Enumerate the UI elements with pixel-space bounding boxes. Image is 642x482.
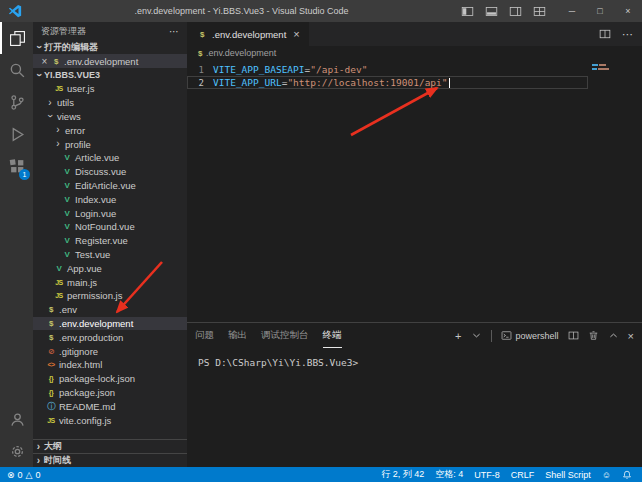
tree-item-label: Article.vue — [75, 152, 119, 163]
tree-item-register.vue[interactable]: VRegister.vue — [33, 234, 187, 248]
tree-item-index.html[interactable]: <>index.html — [33, 358, 187, 372]
split-terminal-icon[interactable] — [568, 330, 579, 341]
tree-item-notfound.vue[interactable]: VNotFound.vue — [33, 220, 187, 234]
settings-gear-icon[interactable] — [0, 435, 33, 467]
open-editor-item[interactable]: × $ .env.development — [33, 54, 187, 68]
tree-item-login.vue[interactable]: VLogin.vue — [33, 206, 187, 220]
tree-item-readme.md[interactable]: ⓘREADME.md — [33, 399, 187, 413]
tree-item-package-lock.json[interactable]: {}package-lock.json — [33, 372, 187, 386]
code-line-2[interactable]: 2VITE_APP_URL="http://localhost:19001/ap… — [187, 76, 588, 89]
account-icon[interactable] — [0, 403, 33, 435]
project-root-header[interactable]: › YI.BBS.VUE3 — [33, 68, 187, 82]
chevron-right-icon: › — [33, 456, 44, 466]
status-item[interactable]: CRLF — [511, 470, 535, 480]
tree-item-article.vue[interactable]: VArticle.vue — [33, 151, 187, 165]
tree-item-index.vue[interactable]: VIndex.vue — [33, 192, 187, 206]
close-editor-icon[interactable]: × — [39, 56, 50, 67]
html-file-icon: <> — [45, 361, 57, 368]
tree-item-test.vue[interactable]: VTest.vue — [33, 248, 187, 262]
code-editor[interactable]: 1VITE_APP_BASEAPI="/api-dev"2VITE_APP_UR… — [187, 60, 642, 322]
tree-item-utils[interactable]: ›utils — [33, 96, 187, 110]
text-cursor — [449, 78, 450, 88]
tree-item-label: vite.config.js — [59, 415, 111, 426]
vue-file-icon: V — [61, 167, 73, 176]
search-icon[interactable] — [0, 54, 33, 86]
problems-status[interactable]: ⊗ 0 △ 0 — [7, 470, 41, 480]
toggle-secondary-sidebar-icon[interactable] — [509, 5, 522, 18]
tree-item-vite.config.js[interactable]: JSvite.config.js — [33, 413, 187, 427]
terminal-dropdown-icon[interactable] — [471, 330, 482, 341]
close-tab-icon[interactable]: × — [293, 28, 299, 40]
minimize-button[interactable]: ─ — [558, 0, 586, 22]
vue-file-icon: V — [61, 209, 73, 218]
customize-layout-icon[interactable] — [533, 5, 546, 18]
code-token: "/api-dev" — [310, 64, 367, 75]
status-item[interactable]: 空格: 4 — [435, 468, 463, 481]
new-terminal-icon[interactable]: + — [455, 330, 461, 342]
more-actions-icon[interactable]: ⋯ — [622, 28, 633, 41]
tree-item-profile[interactable]: ›profile — [33, 137, 187, 151]
maximize-button[interactable]: □ — [586, 0, 614, 22]
vue-file-icon: V — [61, 222, 73, 231]
file-tree: JSuser.js›utils›views›error›profileVArti… — [33, 82, 187, 427]
kill-terminal-icon[interactable] — [588, 330, 599, 341]
terminal-instance[interactable]: powershell — [501, 330, 559, 341]
extensions-badge: 1 — [19, 169, 30, 180]
panel-tab-调试控制台[interactable]: 调试控制台 — [261, 323, 309, 348]
code-line-1[interactable]: 1VITE_APP_BASEAPI="/api-dev" — [187, 63, 588, 76]
activity-bar: 1 — [0, 22, 33, 467]
open-editor-label: .env.development — [64, 56, 138, 67]
close-panel-icon[interactable]: × — [628, 330, 634, 342]
tree-item-label: package-lock.json — [59, 373, 135, 384]
status-item[interactable]: 行 2, 列 42 — [381, 468, 424, 481]
panel-tab-终端[interactable]: 终端 — [323, 323, 342, 348]
status-item[interactable]: Shell Script — [545, 470, 591, 480]
outline-label: 大纲 — [44, 440, 62, 453]
tree-item-.env[interactable]: $.env — [33, 303, 187, 317]
source-control-icon[interactable] — [0, 86, 33, 118]
tree-item-.gitignore[interactable]: ⊘.gitignore — [33, 344, 187, 358]
outline-section-header[interactable]: › 大纲 — [33, 439, 187, 453]
shell-name: powershell — [516, 331, 559, 341]
panel-tab-输出[interactable]: 输出 — [228, 323, 247, 348]
terminal-output[interactable]: PS D:\CSharp\Yi\Yi.BBS.Vue3> — [187, 348, 642, 368]
more-actions-icon[interactable]: ⋯ — [169, 26, 179, 37]
tree-item-package.json[interactable]: {}package.json — [33, 386, 187, 400]
vue-file-icon: V — [61, 250, 73, 259]
tree-item-app.vue[interactable]: VApp.vue — [33, 261, 187, 275]
timeline-section-header[interactable]: › 时间线 — [33, 453, 187, 467]
tree-item-error[interactable]: ›error — [33, 123, 187, 137]
toggle-panel-icon[interactable] — [485, 5, 498, 18]
vue-file-icon: V — [61, 181, 73, 190]
tab-label: .env.development — [212, 29, 286, 40]
tree-item-editarticle.vue[interactable]: VEditArticle.vue — [33, 179, 187, 193]
minimap[interactable] — [592, 64, 614, 72]
tree-item-views[interactable]: ›views — [33, 110, 187, 124]
notifications-bell-icon[interactable] — [622, 470, 632, 480]
toggle-sidebar-icon[interactable] — [461, 5, 474, 18]
explorer-icon[interactable] — [0, 22, 33, 54]
extensions-icon[interactable]: 1 — [0, 150, 33, 182]
tree-item-label: package.json — [59, 387, 115, 398]
tab-env-development[interactable]: $ .env.development × — [187, 22, 309, 46]
vue-file-icon: V — [61, 153, 73, 162]
tree-item-label: .gitignore — [59, 346, 98, 357]
close-window-button[interactable]: × — [614, 0, 642, 22]
tree-item-label: main.js — [67, 277, 97, 288]
vscode-logo-icon — [8, 4, 22, 18]
tree-item-.env.development[interactable]: $.env.development — [33, 317, 187, 331]
tree-item-discuss.vue[interactable]: VDiscuss.vue — [33, 165, 187, 179]
status-item[interactable]: UTF-8 — [474, 470, 500, 480]
tree-item-main.js[interactable]: JSmain.js — [33, 275, 187, 289]
feedback-smiley-icon[interactable]: ☺ — [602, 470, 611, 480]
tree-item-permission.js[interactable]: JSpermission.js — [33, 289, 187, 303]
breadcrumb[interactable]: $ .env.development — [187, 46, 642, 60]
maximize-panel-icon[interactable] — [608, 330, 619, 341]
tree-item-.env.production[interactable]: $.env.production — [33, 330, 187, 344]
tree-item-user.js[interactable]: JSuser.js — [33, 82, 187, 96]
split-editor-icon[interactable] — [599, 28, 611, 40]
open-editors-header[interactable]: › 打开的编辑器 — [33, 40, 187, 54]
code-token: "http://localhost:19001/api" — [287, 77, 447, 88]
panel-tab-问题[interactable]: 问题 — [195, 323, 214, 348]
run-debug-icon[interactable] — [0, 118, 33, 150]
